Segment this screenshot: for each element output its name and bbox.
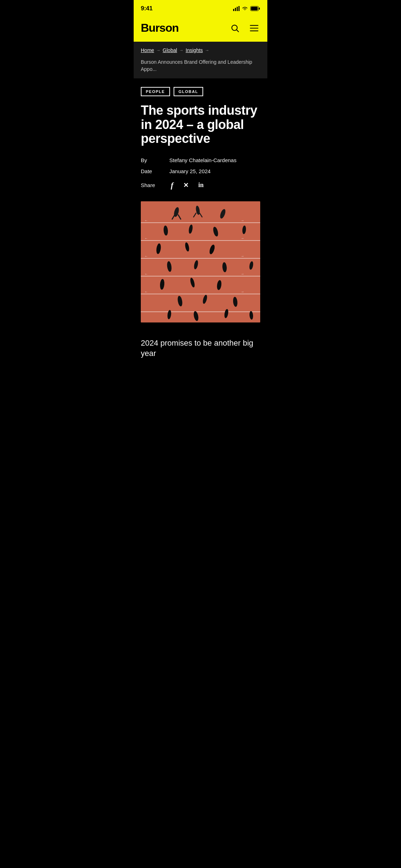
article-content: PEOPLE GLOBAL The sports industry in 202… — [134, 78, 267, 331]
hero-image: ← ← ← ← ← → → → → → — [141, 201, 260, 322]
linkedin-share-button[interactable]: in — [197, 180, 205, 190]
tag-people[interactable]: PEOPLE — [141, 87, 170, 96]
track-illustration: ← ← ← ← ← → → → → → — [141, 201, 260, 322]
date-label: Date — [141, 168, 169, 174]
svg-text:→: → — [241, 218, 244, 222]
search-button[interactable] — [229, 22, 241, 34]
breadcrumb-arrow-1: → — [156, 48, 160, 53]
breadcrumb-current-page: Burson Announces Brand Offering and Lead… — [141, 56, 260, 78]
logo: Burson — [141, 21, 179, 35]
date-row: Date January 25, 2024 — [141, 168, 260, 174]
status-bar: 9:41 — [134, 0, 267, 16]
svg-rect-5 — [259, 7, 260, 10]
author-label: By — [141, 157, 169, 163]
status-time: 9:41 — [141, 5, 153, 12]
breadcrumb-global[interactable]: Global — [163, 47, 177, 53]
svg-rect-6 — [251, 7, 258, 10]
svg-text:→: → — [241, 290, 244, 294]
menu-button[interactable] — [248, 22, 260, 34]
header-icons — [229, 22, 260, 34]
battery-icon — [250, 6, 260, 11]
svg-text:→: → — [241, 272, 244, 276]
breadcrumb-arrow-3: → — [205, 48, 209, 53]
teaser-text: 2024 promises to be another big year — [141, 338, 260, 358]
breadcrumb-section: Home → Global → Insights → Burson Announ… — [134, 42, 267, 78]
wifi-icon — [242, 6, 248, 11]
svg-text:→: → — [241, 236, 244, 240]
svg-rect-2 — [237, 7, 238, 11]
breadcrumb: Home → Global → Insights → — [141, 47, 260, 53]
svg-line-8 — [237, 30, 239, 32]
facebook-share-button[interactable]: f — [169, 179, 175, 191]
svg-text:←: ← — [144, 290, 148, 294]
breadcrumb-arrow-2: → — [179, 48, 184, 53]
share-icons: f ✕ in — [169, 179, 205, 191]
breadcrumb-home[interactable]: Home — [141, 47, 154, 53]
author-value: Stefany Chatelain-Cardenas — [169, 157, 236, 163]
twitter-share-button[interactable]: ✕ — [182, 180, 190, 191]
article-title: The sports industry in 2024 – a global p… — [141, 103, 260, 146]
linkedin-icon: in — [198, 181, 204, 189]
share-label: Share — [141, 182, 169, 188]
tags-row: PEOPLE GLOBAL — [141, 87, 260, 96]
svg-rect-0 — [233, 9, 234, 11]
share-row: Share f ✕ in — [141, 179, 260, 191]
search-icon — [230, 24, 240, 33]
svg-text:←: ← — [144, 272, 148, 276]
svg-point-7 — [232, 25, 237, 30]
twitter-x-icon: ✕ — [183, 181, 188, 189]
svg-rect-3 — [238, 6, 240, 11]
svg-text:→: → — [241, 254, 244, 258]
svg-rect-1 — [235, 8, 236, 11]
svg-text:←: ← — [144, 236, 148, 240]
menu-icon — [250, 24, 259, 33]
svg-text:←: ← — [144, 218, 148, 222]
status-icons — [233, 6, 260, 11]
facebook-icon: f — [171, 181, 173, 190]
author-row: By Stefany Chatelain-Cardenas — [141, 157, 260, 163]
svg-text:←: ← — [144, 254, 148, 258]
breadcrumb-insights[interactable]: Insights — [186, 47, 203, 53]
bottom-teaser: 2024 promises to be another big year — [134, 331, 267, 369]
signal-icon — [233, 6, 240, 11]
tag-global[interactable]: GLOBAL — [174, 87, 203, 96]
date-value: January 25, 2024 — [169, 168, 211, 174]
header: Burson — [134, 16, 267, 42]
